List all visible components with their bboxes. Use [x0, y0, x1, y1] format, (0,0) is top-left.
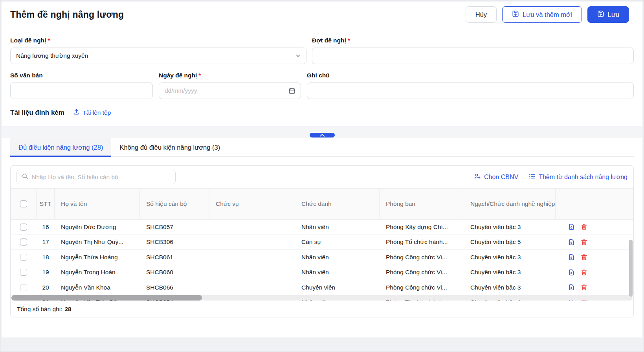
page-header: Thêm đề nghị nâng lương Hủy Lưu và thêm … — [2, 2, 642, 28]
total-records-label: Tổng số bản ghi: — [17, 306, 62, 313]
ghi-chu-input[interactable] — [307, 82, 634, 99]
cell-ngach: Chuyên viên bậc 3 — [464, 284, 556, 291]
chevron-down-icon — [295, 53, 301, 59]
so-van-ban-input[interactable] — [10, 82, 153, 99]
row-checkbox[interactable] — [20, 254, 27, 261]
cell-stt: 20 — [37, 284, 55, 291]
field-so-van-ban: Số văn bản — [10, 72, 153, 99]
col-actions — [556, 189, 633, 219]
vertical-scrollbar-thumb[interactable] — [629, 240, 633, 297]
cancel-button[interactable]: Hủy — [466, 6, 497, 23]
col-phong-ban: Phòng ban — [380, 189, 464, 219]
cell-actions — [556, 284, 633, 291]
horizontal-scrollbar[interactable] — [11, 295, 633, 301]
delete-row-icon[interactable] — [581, 224, 587, 230]
delete-row-icon[interactable] — [581, 254, 587, 260]
total-records-value: 28 — [64, 306, 71, 313]
app-screen: Thêm đề nghị nâng lương Hủy Lưu và thêm … — [0, 0, 644, 352]
cell-phong-ban: Phòng Tổ chức hành... — [380, 238, 464, 246]
collapse-form-handle[interactable] — [310, 133, 335, 138]
cell-ngach: Chuyên viên bậc 3 — [464, 254, 556, 261]
dot-de-nghi-input[interactable] — [312, 48, 634, 64]
row-checkbox[interactable] — [20, 238, 27, 246]
cell-stt: 16 — [37, 224, 55, 231]
eligibility-tabs: Đủ điều kiện nâng lương (28) Không đủ đi… — [10, 138, 634, 157]
cancel-button-label: Hủy — [475, 11, 487, 18]
save-and-new-label: Lưu và thêm mới — [523, 11, 572, 18]
employee-table-card: Chọn CBNV Thêm từ danh sách nâng lương S… — [10, 165, 634, 317]
table-row[interactable]: 18 Nguyễn Thừa Hoàng SHCB061 Nhân viên P… — [11, 250, 633, 265]
cell-stt: 17 — [37, 238, 55, 246]
cell-ngach: Chuyên viên bậc 3 — [464, 269, 556, 276]
row-checkbox-cell — [11, 238, 37, 246]
required-asterisk: * — [48, 37, 50, 44]
col-chuc-vu: Chức vụ — [209, 189, 295, 219]
table-row[interactable]: 19 Nguyễn Trọng Hoàn SHCB060 Nhân viên P… — [11, 265, 633, 280]
cell-chuc-danh: Nhân viên — [295, 254, 380, 261]
cell-name: Nguyễn Văn Khoa — [55, 284, 140, 291]
calendar-icon[interactable] — [288, 87, 295, 94]
cell-name: Nguyễn Đức Đường — [55, 224, 140, 231]
delete-row-icon[interactable] — [581, 269, 587, 276]
row-checkbox[interactable] — [20, 269, 27, 276]
ngay-de-nghi-input[interactable]: dd/mm/yyyy — [159, 82, 301, 99]
so-van-ban-label: Số văn bản — [10, 72, 153, 79]
loai-de-nghi-select[interactable]: Nâng lương thường xuyên — [10, 48, 306, 64]
save-icon — [512, 10, 519, 19]
proposal-form: Loại đề nghị* Nâng lương thường xuyên Đợ… — [2, 28, 642, 126]
table-row[interactable]: 16 Nguyễn Đức Đường SHCB057 Nhân viên Ph… — [11, 220, 633, 235]
cell-chuc-danh: Nhân viên — [295, 224, 380, 231]
page-title: Thêm đề nghị nâng lương — [10, 9, 124, 20]
select-all-checkbox[interactable] — [20, 200, 27, 207]
row-checkbox-cell — [11, 254, 37, 261]
delete-row-icon[interactable] — [581, 284, 587, 291]
tab-eligible[interactable]: Đủ điều kiện nâng lương (28) — [10, 138, 111, 156]
view-document-icon[interactable] — [568, 284, 575, 291]
row-checkbox-cell — [11, 269, 37, 276]
cell-phong-ban: Phòng Công chức Vi... — [380, 269, 464, 276]
choose-cbnv-link[interactable]: Chọn CBNV — [474, 173, 518, 182]
select-all-cell — [11, 189, 37, 219]
table-body: 16 Nguyễn Đức Đường SHCB057 Nhân viên Ph… — [11, 220, 633, 301]
chevron-up-icon — [319, 132, 325, 139]
view-document-icon[interactable] — [568, 254, 575, 260]
cell-code: SHCB306 — [140, 238, 209, 246]
view-document-icon[interactable] — [568, 224, 575, 230]
person-plus-icon — [474, 173, 481, 182]
cell-chuc-danh: Cán sự — [295, 238, 380, 246]
choose-cbnv-label: Chọn CBNV — [484, 174, 518, 181]
horizontal-scrollbar-thumb[interactable] — [11, 295, 202, 301]
delete-row-icon[interactable] — [581, 239, 587, 246]
save-and-new-button[interactable]: Lưu và thêm mới — [502, 6, 582, 23]
row-checkbox-cell — [11, 284, 37, 291]
col-ngach: Ngạch/Chức danh nghề nghiệp — [464, 189, 556, 219]
col-ho-va-ten: Họ và tên — [55, 189, 140, 219]
save-button[interactable]: Lưu — [587, 6, 629, 23]
search-input[interactable] — [32, 174, 171, 181]
cell-chuc-danh: Nhân viên — [295, 269, 380, 276]
cell-actions — [556, 239, 633, 246]
required-asterisk: * — [198, 72, 201, 79]
field-ghi-chu: Ghi chú — [307, 72, 634, 99]
add-from-list-link[interactable]: Thêm từ danh sách nâng lương — [528, 173, 627, 182]
table-row[interactable]: 20 Nguyễn Văn Khoa SHCB066 Chuyên viên P… — [11, 280, 633, 295]
cell-stt: 19 — [37, 269, 55, 276]
search-box[interactable] — [17, 170, 176, 184]
row-checkbox[interactable] — [20, 224, 27, 231]
table-header-row: STT Họ và tên Số hiệu cán bộ Chức vụ Chứ… — [11, 188, 633, 220]
field-dot-de-nghi: Đợt đề nghị* — [312, 37, 634, 64]
cell-ngach: Chuyên viên bậc 5 — [464, 238, 556, 246]
cell-phong-ban: Phòng Công chức Vi... — [380, 284, 464, 291]
tab-not-eligible[interactable]: Không đủ điều kiện nâng lương (3) — [111, 138, 228, 156]
upload-link-label: Tải lên tệp — [83, 109, 111, 116]
view-document-icon[interactable] — [568, 239, 575, 246]
row-checkbox[interactable] — [20, 284, 27, 291]
col-stt: STT — [37, 189, 55, 219]
view-document-icon[interactable] — [568, 269, 575, 276]
toolbar-links: Chọn CBNV Thêm từ danh sách nâng lương — [474, 173, 627, 182]
upload-file-link[interactable]: Tải lên tệp — [73, 108, 111, 117]
cell-actions — [556, 254, 633, 260]
col-chuc-danh: Chức danh — [295, 189, 380, 219]
table-row[interactable]: 17 Nguyễn Thị Như Quỳ... SHCB306 Cán sự … — [11, 235, 633, 250]
cell-code: SHCB061 — [140, 254, 209, 261]
